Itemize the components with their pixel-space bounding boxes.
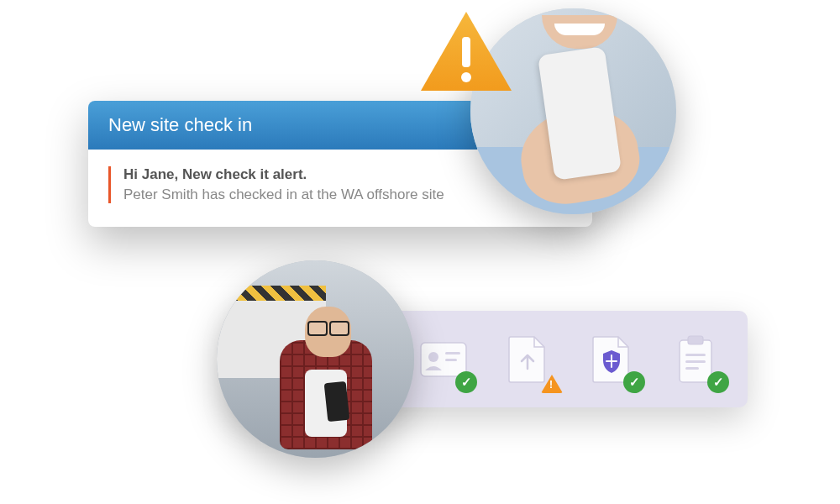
- svg-point-1: [461, 72, 471, 82]
- svg-rect-2: [421, 343, 466, 376]
- svg-rect-7: [688, 336, 703, 344]
- status-item-id-card[interactable]: ✓: [417, 333, 470, 386]
- status-badge-ok-icon: ✓: [623, 371, 645, 393]
- status-badge-ok-icon: ✓: [707, 371, 729, 393]
- svg-rect-8: [685, 354, 706, 356]
- status-item-upload[interactable]: [501, 333, 554, 386]
- status-badge-warning-icon: [541, 375, 563, 393]
- svg-rect-5: [445, 359, 457, 361]
- svg-rect-0: [462, 37, 470, 67]
- status-badge-ok-icon: ✓: [455, 371, 477, 393]
- worker-avatar: [217, 260, 414, 458]
- avatar-illustration: [217, 260, 414, 458]
- id-card-icon: [420, 342, 467, 377]
- svg-rect-9: [685, 360, 706, 363]
- status-item-shield[interactable]: ✓: [585, 333, 638, 386]
- status-item-clipboard[interactable]: ✓: [669, 333, 722, 386]
- svg-point-3: [428, 352, 438, 362]
- alert-warning-icon: [416, 8, 517, 97]
- svg-rect-4: [445, 352, 460, 354]
- notification-line2: Peter Smith has checked in at the WA off…: [123, 186, 572, 203]
- svg-rect-10: [685, 367, 699, 370]
